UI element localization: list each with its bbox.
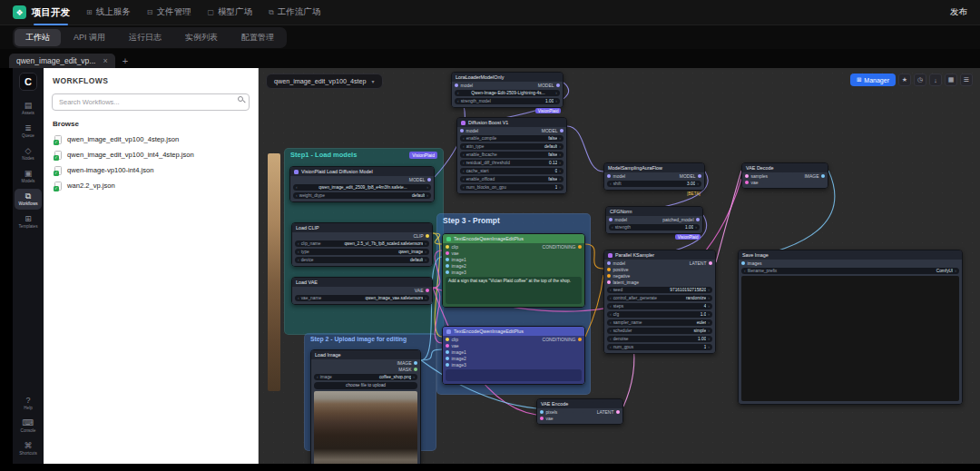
decrement-icon[interactable]: ‹ (298, 249, 299, 254)
increment-icon[interactable]: › (425, 257, 426, 262)
decrement-icon[interactable]: ‹ (317, 374, 318, 379)
node-title[interactable]: LoraLoaderModelOnly (452, 73, 563, 82)
node-text-encode-positive[interactable]: TextEncodeQwenImageEditPlusclipvaeimage1… (442, 233, 585, 308)
increment-icon[interactable]: › (413, 374, 415, 379)
download-icon[interactable]: ↓ (929, 74, 942, 86)
menu-item-workflow-plaza[interactable]: ⧉工作流广场 (269, 6, 320, 18)
input-slot-model[interactable]: model (607, 174, 625, 179)
decrement-icon[interactable]: ‹ (610, 181, 612, 186)
decrement-icon[interactable]: ‹ (463, 143, 465, 149)
increment-icon[interactable]: › (559, 184, 561, 190)
node-load-image[interactable]: Load ImageIMAGEMASK‹imagecoffee_shop.png… (310, 349, 421, 464)
increment-icon[interactable]: › (708, 344, 710, 349)
history-icon[interactable]: ◷ (914, 74, 926, 86)
increment-icon[interactable]: › (559, 160, 561, 165)
decrement-icon[interactable]: ‹ (463, 135, 465, 141)
node-title[interactable]: TextEncodeQwenImageEditPlus (443, 327, 584, 336)
sidebar-item-assets[interactable]: ▤Assets (15, 98, 42, 119)
workflow-selector[interactable]: qwen_image_edit_vp100_4step ▾ (266, 74, 383, 89)
decrement-icon[interactable]: ‹ (298, 257, 299, 262)
widget-num_blocks_on_gpu[interactable]: ‹num_blocks_on_gpu1› (460, 184, 564, 191)
widget-num_gpus[interactable]: ‹num_gpus1› (607, 344, 712, 350)
node-title[interactable]: Load VAE (292, 278, 432, 287)
node-title[interactable]: VAE Encode (537, 399, 622, 408)
output-slot-CONDITIONING[interactable]: CONDITIONING (543, 245, 582, 250)
input-slot-positive[interactable]: positive (607, 268, 639, 272)
search-input[interactable] (52, 93, 250, 111)
star-icon[interactable]: ★ (898, 74, 911, 86)
increment-icon[interactable]: › (708, 295, 710, 300)
input-slot-image2[interactable]: image2 (446, 264, 466, 269)
prompt-text-widget[interactable] (446, 369, 582, 381)
input-slot-vae[interactable]: vae (446, 344, 466, 348)
input-slot-clip[interactable]: clip (446, 338, 466, 342)
output-slot-MODEL[interactable]: MODEL (542, 129, 564, 133)
increment-icon[interactable]: › (695, 224, 697, 230)
node-diffusion-boost-v1[interactable]: Diffusion Boost V1modelMODEL‹enable_comp… (456, 117, 567, 194)
widget-sampler_name[interactable]: ‹sampler_nameeuler› (607, 319, 712, 326)
widget-strength_model[interactable]: ‹strength_model1.00› (455, 98, 560, 104)
widget-residual_diff_threshold[interactable]: ‹residual_diff_threshold0.12› (460, 160, 564, 166)
widget-clip_name[interactable]: ‹clip_nameqwen_2.5_vl_7b_fp8_scaled.safe… (295, 240, 429, 247)
graph-canvas[interactable]: Step1 - Load modelsVisionPlaidStep 2 - U… (259, 68, 980, 464)
sidebar-item-shortcuts[interactable]: ⌘Shortcuts (15, 438, 42, 459)
decrement-icon[interactable]: ‹ (610, 336, 612, 341)
input-slot-images[interactable]: images (741, 261, 762, 266)
widget-denoise[interactable]: ‹denoise1.00› (607, 336, 712, 342)
widget-weight_dtype[interactable]: ‹weight_dtypedefault› (293, 192, 431, 199)
sidebar-item-nodes[interactable]: ◇Nodes (15, 143, 42, 164)
widget-cfg[interactable]: ‹cfg1.0› (607, 311, 712, 318)
widget-control_after_generate[interactable]: ‹control_after_generaterandomize› (607, 295, 712, 301)
tab-run-logs[interactable]: 运行日志 (118, 29, 172, 46)
decrement-icon[interactable]: ‹ (296, 184, 298, 190)
increment-icon[interactable]: › (708, 328, 710, 333)
node-title[interactable]: Load CLIP (292, 223, 432, 232)
brand[interactable]: ❖ 项目开发 (13, 5, 70, 19)
decrement-icon[interactable]: ‹ (610, 319, 612, 325)
input-slot-negative[interactable]: negative (607, 274, 639, 279)
decrement-icon[interactable]: ‹ (610, 287, 612, 292)
input-slot-image1[interactable]: image1 (446, 258, 466, 262)
decrement-icon[interactable]: ‹ (457, 90, 459, 95)
node-title[interactable]: VAE Decode (742, 163, 828, 172)
output-slot-MODEL[interactable]: MODEL (409, 178, 431, 182)
increment-icon[interactable]: › (555, 90, 557, 95)
tab-workstation[interactable]: 工作站 (15, 29, 61, 46)
workflow-file-item[interactable]: ✓qwen_image_edit_vp100_int4_4step.json (44, 147, 258, 162)
increment-icon[interactable]: › (708, 319, 710, 325)
widget-value[interactable]: ‹qwen_image_edit_2509_fp8_e4m3fn.safete.… (293, 184, 431, 191)
sidebar-item-queue[interactable]: ≣Queue (15, 121, 42, 142)
node-text-encode-negative[interactable]: TextEncodeQwenImageEditPlusclipvaeimage1… (442, 326, 585, 385)
decrement-icon[interactable]: ‹ (463, 168, 465, 173)
manager-button[interactable]: ⊞ Manager (850, 74, 896, 86)
input-slot-vae[interactable]: vae (446, 251, 466, 256)
widget-type[interactable]: ‹typeqwen_image› (295, 249, 429, 255)
sidebar-item-models[interactable]: ▣Models (15, 166, 42, 187)
widget-scheduler[interactable]: ‹schedulersimple› (607, 328, 712, 334)
node-load-vae[interactable]: Load VAEVAE‹vae_nameqwen_image_vae.safet… (291, 277, 433, 305)
increment-icon[interactable]: › (425, 295, 426, 300)
widget-enable_offload[interactable]: ‹enable_offloadfalse› (460, 176, 564, 182)
node-title[interactable]: Diffusion Boost V1 (457, 118, 566, 127)
widget-image[interactable]: ‹imagecoffee_shop.png› (314, 374, 417, 380)
widget-device[interactable]: ‹devicedefault› (295, 257, 429, 263)
publish-button[interactable]: 发布 (950, 6, 967, 18)
increment-icon[interactable]: › (955, 268, 956, 273)
input-slot-latent_image[interactable]: latent_image (607, 280, 639, 285)
tab-api-call[interactable]: API 调用 (63, 29, 116, 46)
increment-icon[interactable]: › (425, 240, 426, 246)
increment-icon[interactable]: › (708, 311, 710, 317)
increment-icon[interactable]: › (559, 152, 561, 157)
input-slot-clip[interactable]: clip (446, 245, 466, 250)
node-vae-decode[interactable]: VAE DecodesamplesvaeIMAGE (741, 162, 828, 189)
decrement-icon[interactable]: ‹ (296, 192, 298, 198)
input-slot-samples[interactable]: samples (745, 174, 768, 179)
decrement-icon[interactable]: ‹ (610, 303, 612, 309)
decrement-icon[interactable]: ‹ (298, 240, 299, 246)
node-title[interactable]: Load Image (311, 350, 420, 359)
increment-icon[interactable]: › (697, 181, 699, 186)
node-title[interactable]: Parallel KSampler (604, 250, 715, 260)
decrement-icon[interactable]: ‹ (610, 311, 612, 317)
input-slot-model[interactable]: model (609, 218, 627, 222)
increment-icon[interactable]: › (559, 168, 561, 173)
